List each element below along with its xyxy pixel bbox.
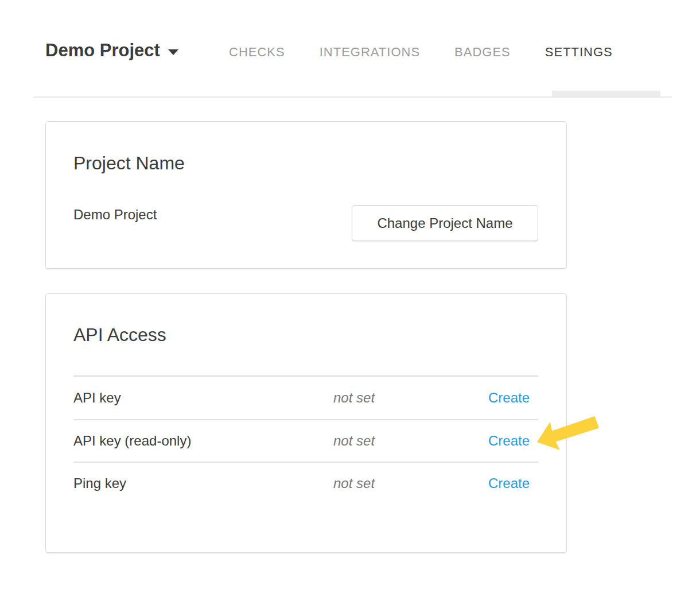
api-key-read-only-value: not set xyxy=(333,433,488,449)
ping-key-create-link[interactable]: Create xyxy=(488,475,538,491)
tab-badges[interactable]: BADGES xyxy=(454,45,511,60)
ping-key-value: not set xyxy=(333,475,488,491)
project-switcher-label: Demo Project xyxy=(45,40,160,61)
ping-key-label: Ping key xyxy=(73,475,333,491)
current-project-name: Demo Project xyxy=(73,207,157,223)
api-keys-table: API key not set Create API key (read-onl… xyxy=(73,375,538,504)
api-key-create-link[interactable]: Create xyxy=(488,390,538,406)
table-row-api-key: API key not set Create xyxy=(73,377,538,419)
tab-integrations[interactable]: INTEGRATIONS xyxy=(320,45,420,60)
tab-settings[interactable]: SETTINGS xyxy=(545,45,613,60)
project-switcher-dropdown[interactable]: Demo Project xyxy=(45,40,178,61)
top-navigation: Demo Project CHECKS INTEGRATIONS BADGES … xyxy=(0,0,700,98)
api-access-card: API Access API key not set Create API ke… xyxy=(45,293,567,553)
api-key-label: API key xyxy=(73,390,333,406)
nav-tabs: CHECKS INTEGRATIONS BADGES SETTINGS xyxy=(229,45,613,60)
project-name-card-title: Project Name xyxy=(73,152,185,174)
table-row-ping-key: Ping key not set Create xyxy=(73,462,538,504)
api-key-read-only-create-link[interactable]: Create xyxy=(488,433,538,449)
project-name-card: Project Name Demo Project Change Project… xyxy=(45,121,567,269)
table-row-api-key-read-only: API key (read-only) not set Create xyxy=(73,419,538,462)
api-access-card-title: API Access xyxy=(73,324,166,346)
api-key-value: not set xyxy=(333,390,488,406)
tab-checks[interactable]: CHECKS xyxy=(229,45,285,60)
nav-divider xyxy=(33,96,672,98)
caret-down-icon xyxy=(168,49,178,55)
api-key-read-only-label: API key (read-only) xyxy=(73,433,333,449)
change-project-name-button[interactable]: Change Project Name xyxy=(352,205,538,241)
